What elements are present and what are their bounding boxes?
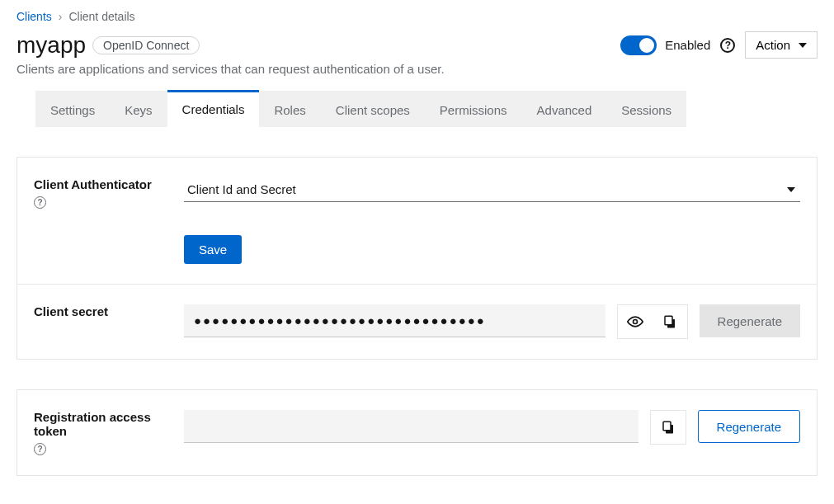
tab-advanced[interactable]: Advanced xyxy=(522,91,607,127)
tabs: Settings Keys Credentials Roles Client s… xyxy=(16,91,818,127)
client-authenticator-label: Client Authenticator xyxy=(34,177,152,191)
enabled-label: Enabled xyxy=(665,38,710,52)
chevron-down-icon xyxy=(799,43,807,48)
chevron-right-icon: › xyxy=(59,10,63,23)
registration-token-card: Registration access token ? Regenerate xyxy=(16,389,818,476)
help-icon[interactable]: ? xyxy=(34,196,46,209)
registration-token-input[interactable] xyxy=(184,410,638,443)
client-authenticator-select[interactable]: Client Id and Secret xyxy=(184,177,800,202)
copy-secret-button[interactable] xyxy=(653,305,687,338)
client-secret-label: Client secret xyxy=(34,304,167,318)
save-button[interactable]: Save xyxy=(184,235,242,264)
registration-token-label: Registration access token xyxy=(34,410,167,438)
breadcrumb-current: Client details xyxy=(68,10,134,23)
tab-permissions[interactable]: Permissions xyxy=(425,91,522,127)
breadcrumb: Clients › Client details xyxy=(16,10,818,23)
help-icon[interactable]: ? xyxy=(34,443,46,455)
page-title: myapp xyxy=(16,32,86,59)
svg-rect-4 xyxy=(663,422,671,431)
copy-icon xyxy=(661,420,676,435)
tab-client-scopes[interactable]: Client scopes xyxy=(321,91,425,127)
regenerate-secret-button[interactable]: Regenerate xyxy=(700,304,800,337)
svg-point-0 xyxy=(633,320,637,324)
protocol-badge: OpenID Connect xyxy=(92,36,200,54)
breadcrumb-root-link[interactable]: Clients xyxy=(16,10,52,23)
chevron-down-icon xyxy=(787,187,795,192)
tab-keys[interactable]: Keys xyxy=(110,91,167,127)
svg-rect-2 xyxy=(665,316,672,325)
credentials-card: Client Authenticator ? Client Id and Sec… xyxy=(16,157,818,360)
copy-icon xyxy=(662,314,677,329)
help-icon[interactable]: ? xyxy=(720,38,735,53)
action-dropdown[interactable]: Action xyxy=(745,31,818,59)
enabled-toggle[interactable] xyxy=(620,35,657,55)
client-secret-input[interactable] xyxy=(184,304,605,337)
copy-token-button[interactable] xyxy=(651,411,686,444)
eye-icon xyxy=(627,313,643,330)
tab-credentials[interactable]: Credentials xyxy=(167,90,260,127)
reveal-secret-button[interactable] xyxy=(618,305,653,338)
tab-settings[interactable]: Settings xyxy=(35,91,110,127)
regenerate-token-button[interactable]: Regenerate xyxy=(698,410,800,443)
page-subtitle: Clients are applications and services th… xyxy=(16,62,818,76)
tab-roles[interactable]: Roles xyxy=(259,91,320,127)
tab-sessions[interactable]: Sessions xyxy=(606,91,686,127)
